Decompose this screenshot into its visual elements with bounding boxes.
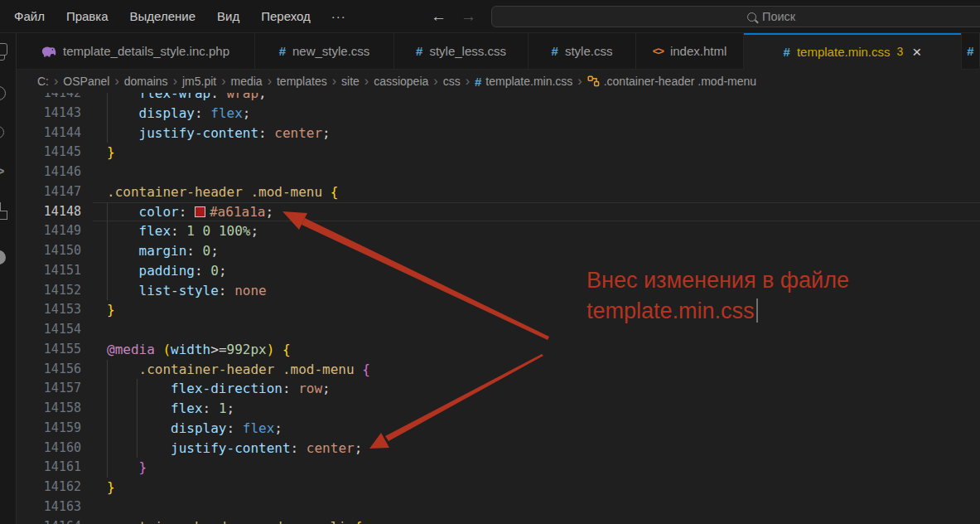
explorer-icon[interactable] (0, 46, 5, 61)
breadcrumb-symbol[interactable]: .container-header .mod-menu (587, 75, 756, 88)
tab-label: index.html (670, 44, 727, 58)
css-icon: # (279, 44, 286, 58)
search-placeholder: Поиск (747, 7, 795, 27)
nav-forward-icon: → (461, 0, 476, 32)
line-number[interactable]: 14154 (17, 320, 93, 340)
line-number[interactable]: 14153 (17, 300, 93, 320)
source-control-icon[interactable] (0, 126, 4, 138)
line-number[interactable]: 14155 (17, 340, 93, 360)
tab-new_style.css[interactable]: #new_style.css (255, 33, 394, 69)
activity-bar: > (0, 33, 17, 524)
line-number[interactable]: 14160 (17, 439, 93, 458)
command-center-search[interactable]: Поиск (491, 6, 980, 27)
line-number[interactable]: 14144 (17, 124, 93, 143)
color-decorator-swatch[interactable] (195, 206, 205, 217)
code-line[interactable]: 14149 flex: 1 0 100%; (17, 221, 980, 241)
breadcrumb-segment[interactable]: OSPanel (63, 75, 109, 88)
breadcrumb-segment[interactable]: templates (277, 75, 327, 88)
code-line[interactable]: 14156 .container-header .mod-menu { (17, 360, 980, 380)
tab-style.css[interactable]: #style.css (529, 33, 636, 69)
code-line[interactable]: 14145} (17, 143, 980, 163)
line-number[interactable]: 14147 (17, 182, 93, 202)
code-line[interactable]: 14146 (17, 163, 980, 182)
tab-style_less.css[interactable]: #style_less.css (394, 33, 529, 69)
breadcrumb-segment[interactable]: media (231, 75, 263, 88)
menu-правка[interactable]: Правка (56, 0, 119, 32)
tab-index.html[interactable]: <>index.html (636, 33, 744, 69)
menu-выделение[interactable]: Выделение (119, 0, 206, 32)
code-line[interactable]: 14151 padding: 0; (17, 261, 980, 281)
nav-back-icon[interactable]: ← (431, 0, 447, 32)
line-number[interactable]: 14152 (17, 281, 93, 301)
code-line[interactable]: 14143 display: flex; (17, 104, 980, 124)
search-activity-icon[interactable] (0, 86, 6, 100)
code-line[interactable]: 14154 (17, 320, 980, 340)
line-content: } (93, 458, 980, 478)
line-number[interactable]: 14158 (17, 399, 93, 419)
code-line[interactable]: 14164.container-header .mod-menu li { (17, 517, 980, 524)
breadcrumb-segment[interactable]: jm5.pit (182, 75, 216, 88)
code-line[interactable]: 14157 flex-direction: row; (17, 379, 980, 399)
code-line[interactable]: 14160 justify-content: center; (17, 439, 980, 458)
line-content: justify-content: center; (93, 124, 980, 143)
account-icon[interactable] (0, 250, 6, 264)
line-number[interactable]: 14159 (17, 419, 93, 439)
menu-переход[interactable]: Переход (250, 0, 321, 32)
breadcrumb-segment[interactable]: domains (124, 75, 168, 88)
code-line[interactable]: 14161 } (17, 458, 980, 478)
breadcrumb-file[interactable]: #template.min.css (475, 75, 572, 89)
close-icon[interactable]: × (912, 44, 921, 60)
code-line[interactable]: 14158 flex: 1; (17, 399, 980, 419)
code-line[interactable]: 14152 list-style: none (17, 281, 980, 301)
line-number[interactable]: 14163 (17, 497, 93, 517)
line-number[interactable]: 14145 (17, 143, 93, 163)
breadcrumb-segment[interactable]: cassiopeia (374, 75, 428, 88)
menu-overflow-ellipsis-icon[interactable]: ··· (321, 9, 356, 23)
line-number[interactable]: 14161 (17, 458, 93, 478)
indent-guide (107, 261, 108, 281)
line-number[interactable]: 14164 (17, 517, 93, 524)
extensions-icon[interactable] (0, 202, 1, 211)
code-line[interactable]: 14142 flex-wrap: wrap; (17, 93, 980, 104)
indent-guide (107, 399, 108, 419)
line-number[interactable]: 14150 (17, 241, 93, 261)
code-line[interactable]: 14144 justify-content: center; (17, 124, 980, 143)
indent-guide (107, 104, 108, 124)
line-number[interactable]: 14156 (17, 360, 93, 380)
chevron-right-icon: › (109, 70, 123, 92)
code-line[interactable]: 14150 margin: 0; (17, 241, 980, 261)
line-content: justify-content: center; (93, 439, 980, 458)
code-line[interactable]: 14153} (17, 300, 980, 320)
line-number[interactable]: 14148 (17, 202, 93, 222)
indent-guide (107, 124, 108, 143)
tab-template_details_style.inc.php[interactable]: template_details_style.inc.php (17, 33, 255, 69)
run-debug-icon[interactable]: > (0, 164, 4, 179)
breadcrumb-segment[interactable]: css (443, 75, 461, 88)
code-line[interactable]: 14163 (17, 497, 980, 517)
search-icon (747, 12, 756, 22)
line-content: .container-header .mod-menu li { (93, 517, 980, 524)
tab-overflow[interactable]: # (962, 33, 980, 69)
line-number[interactable]: 14142 (17, 93, 93, 104)
line-content (93, 497, 980, 517)
code-line[interactable]: 14148 color: #a61a1a; (17, 202, 980, 222)
line-number[interactable]: 14151 (17, 261, 93, 281)
line-number[interactable]: 14149 (17, 221, 93, 241)
breadcrumb-segment[interactable]: site (341, 75, 360, 88)
line-number[interactable]: 14157 (17, 379, 93, 399)
code-line[interactable]: 14159 display: flex; (17, 419, 980, 439)
line-number[interactable]: 14143 (17, 104, 93, 124)
menu-вид[interactable]: Вид (206, 0, 250, 32)
chevron-right-icon: › (168, 70, 182, 92)
code-editor[interactable]: 14142 flex-wrap: wrap;14143 display: fle… (17, 93, 980, 524)
line-number[interactable]: 14162 (17, 478, 93, 497)
code-line[interactable]: 14155@media (width>=992px) { (17, 340, 980, 360)
code-line[interactable]: 14162} (17, 478, 980, 497)
code-line[interactable]: 14147.container-header .mod-menu { (17, 182, 980, 202)
line-number[interactable]: 14146 (17, 163, 93, 182)
tab-label: style.css (565, 44, 613, 58)
chevron-right-icon: › (263, 70, 277, 92)
menu-файл[interactable]: Файл (3, 0, 56, 32)
breadcrumb-segment[interactable]: C: (37, 75, 49, 88)
tab-template.min.css[interactable]: #template.min.css3× (744, 33, 962, 70)
